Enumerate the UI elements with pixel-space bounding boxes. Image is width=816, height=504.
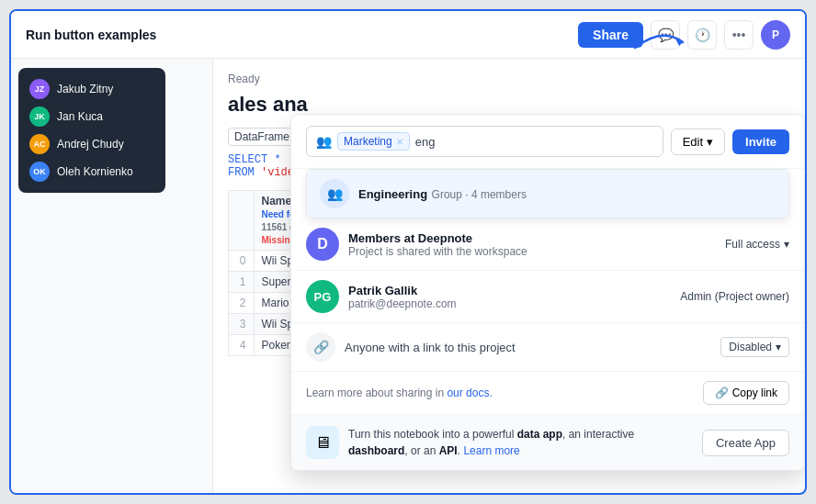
chat-button[interactable]: 💬 (651, 20, 680, 50)
tag-label: Marketing (344, 135, 392, 148)
share-panel: 👥 Marketing ✕ Edit ▾ Invite (290, 114, 805, 471)
owner-row: PG Patrik Gallik patrik@deepnote.com Adm… (291, 271, 804, 323)
suggestion-info: Engineering Group · 4 members (358, 185, 527, 202)
user-name-jakub: Jakub Zitny (57, 83, 113, 95)
app-banner: 🖥 Turn this notebook into a powerful dat… (291, 415, 804, 470)
learn-text-before: Learn more about sharing in (306, 386, 447, 399)
members-role[interactable]: Full access ▾ (725, 238, 789, 251)
docs-link[interactable]: our docs. (447, 386, 492, 399)
link-icon: 🔗 (306, 332, 335, 362)
learn-row: Learn more about sharing in our docs. 🔗 … (291, 372, 804, 415)
edit-button[interactable]: Edit ▾ (671, 129, 725, 155)
owner-role: Admin (Project owner) (680, 290, 789, 303)
user-tooltip: JZ Jakub Zitny JK Jan Kuca AC Andrej Chu… (18, 68, 165, 193)
people-icon: 👥 (316, 134, 332, 149)
suggestion-dropdown: 👥 Engineering Group · 4 members (306, 169, 789, 218)
user-avatar-andrej: AC (29, 134, 50, 154)
invite-search-box[interactable]: 👥 Marketing ✕ (306, 126, 663, 157)
members-name: Members at Deepnote (348, 231, 716, 245)
app-banner-description: Turn this notebook into a powerful data … (348, 426, 693, 459)
suggestion-meta: Group · 4 members (432, 188, 527, 201)
members-sub: Project is shared with the workspace (348, 245, 716, 258)
main-area: JZ Jakub Zitny JK Jan Kuca AC Andrej Chu… (11, 59, 805, 493)
owner-role-text: Admin (Project owner) (680, 290, 789, 303)
chat-icon: 💬 (658, 28, 674, 42)
user-avatar-jan: JK (29, 106, 50, 127)
window-title: Run button examples (26, 28, 156, 42)
owner-email: patrik@deepnote.com (348, 297, 671, 310)
create-app-button[interactable]: Create App (702, 430, 789, 456)
edit-label: Edit (683, 135, 703, 149)
user-name-oleh: Oleh Kornienko (57, 165, 133, 178)
header-actions: Share 💬 🕐 ••• P (578, 20, 790, 50)
invite-row: 👥 Marketing ✕ Edit ▾ Invite (291, 115, 804, 169)
owner-avatar: PG (306, 280, 339, 313)
owner-info: Patrik Gallik patrik@deepnote.com (348, 284, 671, 310)
avatar[interactable]: P (761, 20, 790, 50)
user-avatar-jakub: JZ (29, 79, 50, 99)
copy-label: Copy link (732, 386, 777, 399)
share-button[interactable]: Share (578, 22, 643, 48)
tooltip-user-2: JK Jan Kuca (29, 103, 154, 130)
user-avatar-oleh: OK (29, 162, 50, 182)
app-window: Run button examples Share 💬 🕐 ••• P (9, 9, 807, 495)
group-icon: 👥 (320, 179, 349, 208)
invite-button[interactable]: Invite (732, 129, 789, 154)
tooltip-user-4: OK Oleh Kornienko (29, 158, 154, 185)
members-info: Members at Deepnote Project is shared wi… (348, 231, 716, 258)
link-row: 🔗 Anyone with a link to this project Dis… (291, 323, 804, 372)
members-row: D Members at Deepnote Project is shared … (291, 218, 804, 271)
chevron-down-icon-edit: ▾ (707, 135, 713, 149)
search-input[interactable] (415, 135, 653, 149)
app-icon: 🖥 (306, 426, 339, 459)
more-menu-button[interactable]: ••• (724, 20, 754, 50)
copy-link-button[interactable]: 🔗 Copy link (703, 381, 789, 405)
learn-more-link[interactable]: Learn more (463, 444, 519, 457)
suggestion-item-engineering[interactable]: 👥 Engineering Group · 4 members (307, 170, 788, 218)
link-status-button[interactable]: Disabled ▾ (720, 337, 789, 357)
marketing-tag: Marketing ✕ (337, 132, 410, 151)
suggestion-name: Engineering (358, 187, 427, 201)
sidebar: JZ Jakub Zitny JK Jan Kuca AC Andrej Chu… (11, 59, 213, 493)
learn-text: Learn more about sharing in our docs. (306, 386, 493, 399)
link-text: Anyone with a link to this project (345, 341, 711, 354)
share-modal-overlay: 👥 Marketing ✕ Edit ▾ Invite (213, 59, 805, 493)
tag-close-button[interactable]: ✕ (396, 137, 403, 147)
history-button[interactable]: 🕐 (687, 20, 717, 50)
deepnote-icon: D (306, 228, 339, 261)
owner-name: Patrik Gallik (348, 284, 671, 297)
tooltip-user-3: AC Andrej Chudy (29, 130, 154, 158)
content-area: Ready ales ana DataFrame SQL ▾ Variable:… (213, 59, 805, 493)
members-role-text: Full access (725, 238, 780, 251)
copy-icon: 🔗 (715, 386, 729, 399)
user-name-andrej: Andrej Chudy (57, 138, 124, 151)
dots-icon: ••• (732, 28, 746, 42)
user-name-jan: Jan Kuca (57, 110, 103, 123)
chevron-down-link: ▾ (776, 341, 781, 353)
tooltip-user-1: JZ Jakub Zitny (29, 75, 154, 103)
header: Run button examples Share 💬 🕐 ••• P (11, 11, 805, 59)
chevron-down-role: ▾ (784, 238, 789, 251)
clock-icon: 🕐 (695, 28, 710, 42)
link-status-text: Disabled (729, 341, 772, 353)
